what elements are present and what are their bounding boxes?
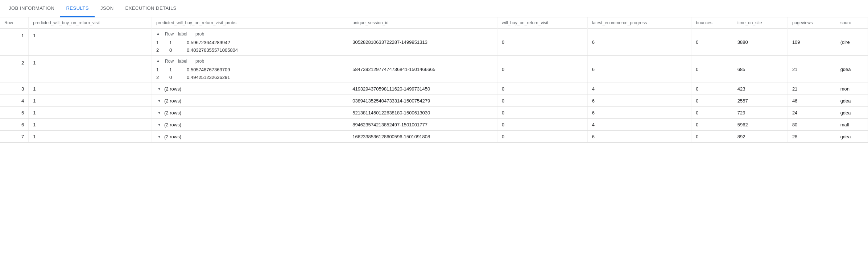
predicted-value: 1 [29, 29, 152, 56]
row-number: 1 [0, 29, 29, 56]
row-number: 6 [0, 119, 29, 131]
predicted-value: 1 [29, 131, 152, 143]
expand-arrow[interactable] [156, 110, 162, 116]
expand-arrow[interactable] [156, 86, 162, 92]
col-pageviews: pageviews [788, 17, 836, 29]
time-on-site-cell: 685 [733, 56, 788, 83]
bounces-cell: 0 [691, 83, 733, 95]
will-buy-cell: 0 [497, 131, 588, 143]
pageviews-cell: 46 [788, 95, 836, 107]
table-row: 31(2 rows)4193294370598111620-1499731450… [0, 83, 868, 95]
source-cell: (dire [836, 29, 868, 56]
rows-collapsed-label: (2 rows) [152, 119, 348, 130]
bounces-cell: 0 [691, 119, 733, 131]
time-on-site-cell: 2557 [733, 95, 788, 107]
tab-results[interactable]: RESULTS [60, 0, 95, 17]
time-on-site-cell: 3880 [733, 29, 788, 56]
source-cell: mon [836, 83, 868, 95]
time-on-site-cell: 423 [733, 83, 788, 95]
pageviews-cell: 109 [788, 29, 836, 56]
predicted-value: 1 [29, 56, 152, 83]
results-table-container: Row predicted_will_buy_on_return_visit p… [0, 17, 868, 143]
table-row: 51(2 rows)5213811450122638180-1500613030… [0, 107, 868, 119]
row-number: 7 [0, 131, 29, 143]
collapse-arrow[interactable] [156, 32, 162, 37]
tab-job-information[interactable]: JOB INFORMATION [3, 0, 60, 17]
source-cell: gdea [836, 107, 868, 119]
latest-ecommerce-cell: 6 [587, 29, 691, 56]
bounces-cell: 0 [691, 95, 733, 107]
nested-table-header: Rowlabelprob [152, 57, 348, 66]
rows-collapsed-label: (2 rows) [152, 95, 348, 106]
col-time-on-site: time_on_site [733, 17, 788, 29]
pageviews-cell: 24 [788, 107, 836, 119]
col-source: sourc [836, 17, 868, 29]
col-predicted: predicted_will_buy_on_return_visit [29, 17, 152, 29]
row-number: 2 [0, 56, 29, 83]
latest-ecommerce-cell: 4 [587, 119, 691, 131]
probs-cell: (2 rows) [152, 83, 348, 95]
probs-cell: (2 rows) [152, 95, 348, 107]
expand-arrow[interactable] [156, 98, 162, 104]
session-id-cell: 4193294370598111620-1499731450 [348, 83, 497, 95]
table-row: 11Rowlabelprob110.596723644289942200.403… [0, 29, 868, 56]
col-row: Row [0, 17, 29, 29]
nested-table-header: Rowlabelprob [152, 30, 348, 39]
col-session-id: unique_session_id [348, 17, 497, 29]
probs-cell: (2 rows) [152, 107, 348, 119]
bounces-cell: 0 [691, 131, 733, 143]
pageviews-cell: 80 [788, 119, 836, 131]
table-row: 41(2 rows)0389413525404733314-1500754279… [0, 95, 868, 107]
probs-cell: Rowlabelprob110.596723644289942200.40327… [152, 29, 348, 56]
time-on-site-cell: 729 [733, 107, 788, 119]
table-header-row: Row predicted_will_buy_on_return_visit p… [0, 17, 868, 29]
will-buy-cell: 0 [497, 29, 588, 56]
row-number: 3 [0, 83, 29, 95]
col-latest-ecommerce: latest_ecommerce_progress [587, 17, 691, 29]
tab-execution-details[interactable]: EXECUTION DETAILS [120, 0, 182, 17]
session-id-cell: 305282810633722287-1499951313 [348, 29, 497, 56]
latest-ecommerce-cell: 4 [587, 83, 691, 95]
tab-json[interactable]: JSON [95, 0, 120, 17]
will-buy-cell: 0 [497, 95, 588, 107]
time-on-site-cell: 5962 [733, 119, 788, 131]
will-buy-cell: 0 [497, 107, 588, 119]
col-bounces: bounces [691, 17, 733, 29]
source-cell: gdea [836, 95, 868, 107]
results-table: Row predicted_will_buy_on_return_visit p… [0, 17, 868, 143]
expand-arrow[interactable] [156, 134, 162, 139]
session-id-cell: 0389413525404733314-1500754279 [348, 95, 497, 107]
row-number: 5 [0, 107, 29, 119]
rows-collapsed-label: (2 rows) [152, 107, 348, 118]
predicted-value: 1 [29, 107, 152, 119]
rows-collapsed-label: (2 rows) [152, 131, 348, 142]
will-buy-cell: 0 [497, 119, 588, 131]
collapse-arrow[interactable] [156, 59, 162, 64]
will-buy-cell: 0 [497, 83, 588, 95]
table-row: 71(2 rows)1662338536128600596-1501091808… [0, 131, 868, 143]
source-cell: gdea [836, 131, 868, 143]
source-cell: gdea [836, 56, 868, 83]
pageviews-cell: 21 [788, 56, 836, 83]
bounces-cell: 0 [691, 56, 733, 83]
latest-ecommerce-cell: 6 [587, 95, 691, 107]
predicted-value: 1 [29, 83, 152, 95]
table-row: 21Rowlabelprob110.505748767363709200.494… [0, 56, 868, 83]
time-on-site-cell: 892 [733, 131, 788, 143]
expand-arrow[interactable] [156, 122, 162, 127]
pageviews-cell: 21 [788, 83, 836, 95]
row-number: 4 [0, 95, 29, 107]
nested-prob-row: 110.596723644289942 [152, 39, 348, 46]
table-row: 61(2 rows)894623574213852497-15010017770… [0, 119, 868, 131]
nested-prob-row: 110.505748767363709 [152, 66, 348, 74]
probs-cell: (2 rows) [152, 131, 348, 143]
probs-cell: (2 rows) [152, 119, 348, 131]
session-id-cell: 584739212977474736841-1501466665 [348, 56, 497, 83]
col-probs: predicted_will_buy_on_return_visit_probs [152, 17, 348, 29]
tab-bar: JOB INFORMATION RESULTS JSON EXECUTION D… [0, 0, 868, 17]
rows-collapsed-label: (2 rows) [152, 83, 348, 95]
latest-ecommerce-cell: 6 [587, 107, 691, 119]
session-id-cell: 1662338536128600596-1501091808 [348, 131, 497, 143]
nested-prob-row: 200.494251232636291 [152, 74, 348, 81]
bounces-cell: 0 [691, 107, 733, 119]
